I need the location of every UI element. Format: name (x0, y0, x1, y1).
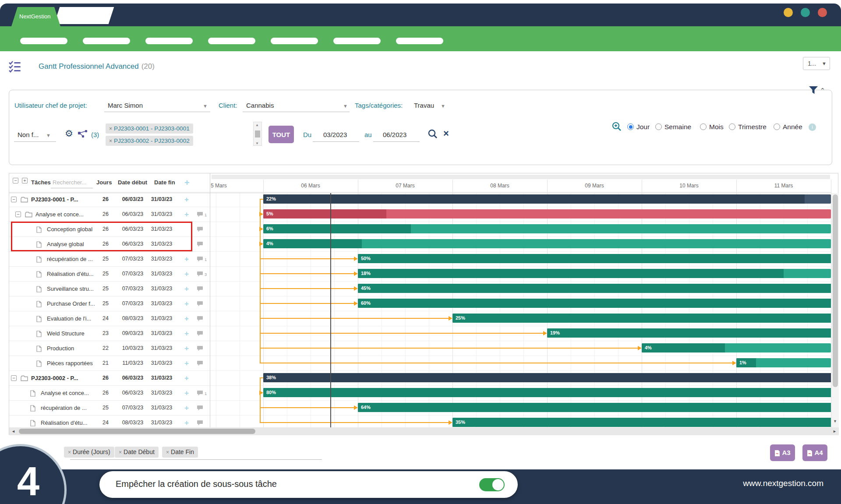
add-subtask-button[interactable]: + (184, 404, 189, 412)
vertical-scrollbar-thumb[interactable] (833, 194, 838, 387)
chip-remove-icon[interactable]: × (68, 449, 71, 455)
add-subtask-button[interactable]: + (184, 329, 189, 338)
vertical-scrollbar[interactable]: ▼ (831, 193, 839, 427)
column-input-underline[interactable] (70, 459, 322, 460)
radio-mois[interactable] (700, 123, 707, 130)
browser-tab-active[interactable]: NextGestion (11, 7, 60, 26)
comment-icon[interactable] (197, 390, 203, 396)
chip-list-scrollbar[interactable]: ▲ ▼ (253, 122, 262, 146)
gantt-bar[interactable]: 25% (452, 314, 831, 323)
gantt-bar[interactable]: 64% (358, 403, 831, 412)
gantt-bar[interactable]: 4% (263, 239, 831, 248)
table-row[interactable]: récupération de ...2507/03/2331/03/23+ (9, 400, 210, 415)
add-subtask-button[interactable]: + (184, 210, 189, 219)
collapse-row-icon[interactable]: − (11, 375, 17, 381)
add-subtask-button[interactable]: + (184, 314, 189, 323)
horizontal-scrollbar-thumb[interactable] (19, 429, 255, 434)
zoom-in-icon[interactable] (611, 121, 622, 132)
date-from-input[interactable]: 03/2023 (323, 131, 347, 138)
gantt-bar[interactable]: 6% (263, 224, 831, 233)
add-subtask-button[interactable]: + (184, 389, 189, 398)
comment-icon[interactable] (197, 211, 203, 218)
comment-icon[interactable] (197, 256, 203, 262)
task-search-input[interactable]: Rechercher... (53, 179, 86, 186)
scroll-right-arrow[interactable]: ► (833, 429, 837, 434)
nav-pill[interactable] (333, 38, 381, 44)
collapse-all-icon[interactable]: − (13, 178, 18, 183)
info-icon[interactable]: i (809, 123, 816, 131)
browser-tab-secondary[interactable] (54, 7, 114, 24)
timeline-scroll-strip[interactable] (212, 175, 830, 179)
comment-icon[interactable] (197, 360, 203, 367)
export-a3-button[interactable]: A3 (770, 444, 795, 461)
add-subtask-button[interactable]: + (184, 300, 189, 308)
nav-pill[interactable] (83, 38, 130, 44)
user-filter-select[interactable]: Marc Simon (108, 102, 143, 109)
column-chip[interactable]: ×Durée (Jours) (64, 447, 114, 458)
comment-icon[interactable] (197, 316, 203, 322)
collapse-caret-icon[interactable]: ⌃ (820, 87, 825, 94)
status-filter-select[interactable]: Non f... (18, 131, 39, 138)
column-chip[interactable]: ×Date Début (115, 447, 159, 458)
comment-icon[interactable] (197, 405, 203, 411)
client-filter-select[interactable]: Cannabis (246, 102, 274, 109)
nav-pill[interactable] (208, 38, 255, 44)
add-subtask-button[interactable]: + (184, 285, 189, 293)
comment-icon[interactable] (197, 420, 203, 426)
chip-remove-icon[interactable]: × (166, 449, 169, 455)
gantt-bar[interactable]: 50% (358, 254, 831, 263)
select-all-button[interactable]: TOUT (269, 126, 294, 143)
collapse-row-icon[interactable]: − (11, 197, 17, 202)
project-chip[interactable]: ×PJ2303-0002 - PJ2303-0002 (106, 136, 193, 146)
dependency-graph-icon[interactable] (78, 130, 88, 138)
add-subtask-button[interactable]: + (184, 195, 189, 204)
chip-remove-icon[interactable]: × (109, 138, 112, 144)
table-row[interactable]: Analyse et conce...2606/03/2331/03/23+1 (9, 385, 210, 400)
gantt-bar[interactable]: 22% (263, 194, 831, 204)
gantt-bar[interactable]: 35% (452, 418, 831, 427)
gantt-bar[interactable]: 38% (263, 373, 831, 382)
table-row[interactable]: Production2210/03/2331/03/23+ (9, 341, 210, 356)
window-dot-red[interactable] (818, 8, 827, 17)
page-size-select[interactable]: 1...▼ (803, 57, 830, 70)
search-icon[interactable] (428, 129, 438, 139)
gear-icon[interactable]: ⚙ (65, 128, 73, 139)
gantt-bar[interactable]: 80% (263, 388, 831, 397)
add-subtask-button[interactable]: + (184, 374, 189, 383)
nav-pill[interactable] (20, 38, 67, 44)
gantt-bar[interactable]: 45% (358, 284, 831, 293)
chip-remove-icon[interactable]: × (119, 449, 122, 455)
expand-all-icon[interactable]: + (22, 178, 28, 183)
table-row[interactable]: Evaluation de l'i...2408/03/2331/03/23+ (9, 311, 210, 326)
nav-pill[interactable] (396, 38, 443, 44)
gantt-bar[interactable]: 4% (642, 343, 831, 352)
comment-icon[interactable] (197, 271, 203, 277)
comment-icon[interactable] (197, 345, 203, 352)
gantt-bar[interactable]: 1% (736, 358, 831, 367)
comment-icon[interactable] (197, 331, 203, 337)
toast-toggle-switch[interactable] (479, 478, 505, 491)
filter-funnel-icon[interactable] (809, 86, 818, 95)
table-row[interactable]: −PJ2303-0001 - P...2606/03/2331/03/23+ (9, 192, 210, 207)
date-to-input[interactable]: 06/2023 (383, 131, 406, 138)
radio-semaine[interactable] (655, 123, 662, 130)
nav-pill[interactable] (271, 38, 318, 44)
tags-filter-select[interactable]: Travau (414, 102, 434, 109)
add-subtask-button[interactable]: + (184, 255, 189, 264)
gantt-bar[interactable]: 19% (547, 328, 831, 338)
chip-remove-icon[interactable]: × (109, 126, 112, 132)
radio-année[interactable] (774, 123, 780, 130)
comment-icon[interactable] (197, 286, 203, 292)
project-chip[interactable]: ×PJ2303-0001 - PJ2303-0001 (106, 123, 193, 134)
table-row[interactable]: Surveillance stru...2507/03/2331/03/23+ (9, 281, 210, 296)
comment-icon[interactable] (197, 241, 203, 247)
add-subtask-button[interactable]: + (184, 270, 189, 278)
table-row[interactable]: Pièces rapportées2111/03/2331/03/23+ (9, 356, 210, 370)
add-subtask-button[interactable]: + (184, 344, 189, 353)
add-subtask-button[interactable]: + (184, 359, 189, 368)
nav-pill[interactable] (145, 38, 193, 44)
radio-jour[interactable] (627, 123, 634, 130)
horizontal-scrollbar[interactable]: ◄ ► (9, 427, 839, 435)
table-row[interactable]: −PJ2303-0002 - P...2606/03/2331/03/23+ (9, 370, 210, 385)
table-row[interactable]: Purchase Order f...2507/03/2331/03/23+ (9, 296, 210, 311)
